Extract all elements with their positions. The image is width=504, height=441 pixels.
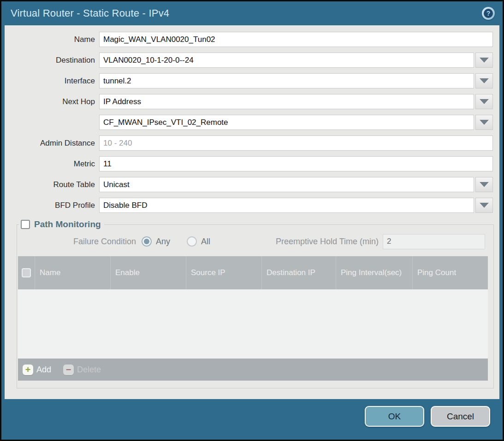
interface-label: Interface: [11, 76, 95, 86]
delete-button-label: Delete: [77, 365, 101, 375]
form-row-admin-distance: Admin Distance: [11, 135, 493, 151]
dialog-title: Virtual Router - Static Route - IPv4: [11, 7, 482, 19]
column-header-ping-count[interactable]: Ping Count: [412, 256, 488, 289]
dialog-footer: OK Cancel: [1, 399, 503, 440]
path-monitoring-section: Path Monitoring Failure Condition Any Al…: [17, 219, 494, 388]
preemptive-hold-time-input[interactable]: [383, 234, 485, 249]
path-monitoring-checkbox[interactable]: [21, 220, 30, 229]
form-row-next-hop: Next Hop: [11, 94, 493, 109]
column-header-name[interactable]: Name: [35, 256, 110, 289]
chevron-down-icon: [480, 78, 489, 83]
form-row-route-table: Route Table: [11, 177, 493, 192]
destination-dropdown-button[interactable]: [475, 53, 493, 68]
next-hop-type-dropdown-button[interactable]: [475, 94, 493, 109]
help-icon[interactable]: ?: [482, 7, 495, 20]
failure-condition-option-all: All: [187, 236, 210, 247]
bfd-profile-input[interactable]: [99, 198, 474, 213]
cancel-button[interactable]: Cancel: [431, 406, 490, 427]
preemptive-hold-time-label: Preemptive Hold Time (min): [276, 237, 379, 247]
form-row-metric: Metric: [11, 156, 493, 171]
failure-condition-row: Failure Condition Any All Preemptive Hol…: [18, 232, 488, 251]
select-all-header-cell: [18, 256, 35, 289]
path-monitoring-legend: Path Monitoring: [19, 219, 104, 229]
destination-input[interactable]: [99, 53, 474, 68]
interface-input[interactable]: [99, 73, 474, 88]
next-hop-type-input[interactable]: [99, 94, 474, 109]
path-monitoring-table: Name Enable Source IP Destination IP Pin…: [18, 256, 488, 381]
bfd-profile-dropdown-button[interactable]: [475, 198, 493, 213]
column-header-enable[interactable]: Enable: [110, 256, 186, 289]
route-table-input[interactable]: [99, 177, 474, 192]
dialog-titlebar: Virtual Router - Static Route - IPv4 ?: [1, 1, 503, 25]
table-header: Name Enable Source IP Destination IP Pin…: [18, 256, 488, 289]
static-route-dialog: Virtual Router - Static Route - IPv4 ? N…: [0, 0, 504, 441]
route-table-dropdown-button[interactable]: [475, 177, 493, 192]
dialog-body: Name Destination Interface Next Hop: [5, 25, 499, 399]
table-toolbar: + Add − Delete: [18, 359, 488, 381]
failure-condition-label: Failure Condition: [73, 237, 136, 247]
destination-label: Destination: [11, 56, 95, 65]
delete-button[interactable]: − Delete: [63, 365, 101, 375]
column-header-source-ip[interactable]: Source IP: [186, 256, 261, 289]
column-header-destination-ip[interactable]: Destination IP: [261, 256, 336, 289]
name-input[interactable]: [99, 32, 493, 47]
ok-button[interactable]: OK: [365, 406, 424, 427]
radio-all[interactable]: [187, 236, 197, 247]
chevron-down-icon: [480, 120, 489, 125]
chevron-down-icon: [480, 182, 489, 187]
form-row-interface: Interface: [11, 73, 493, 88]
radio-any[interactable]: [142, 236, 152, 247]
failure-condition-option-any: Any: [142, 236, 170, 247]
radio-any-label: Any: [156, 237, 170, 247]
add-button-label: Add: [36, 365, 51, 375]
chevron-down-icon: [480, 203, 489, 208]
chevron-down-icon: [480, 99, 489, 104]
metric-label: Metric: [11, 159, 95, 169]
radio-all-label: All: [201, 237, 210, 247]
admin-distance-label: Admin Distance: [11, 139, 95, 148]
plus-icon: +: [23, 365, 33, 375]
select-all-checkbox[interactable]: [22, 268, 31, 277]
column-header-ping-interval[interactable]: Ping Interval(sec): [336, 256, 412, 289]
add-button[interactable]: + Add: [23, 365, 51, 375]
admin-distance-input[interactable]: [99, 135, 493, 151]
preemptive-hold-time-group: Preemptive Hold Time (min): [276, 234, 485, 249]
interface-dropdown-button[interactable]: [475, 73, 493, 88]
route-table-label: Route Table: [11, 180, 95, 189]
help-question-glyph: ?: [484, 9, 493, 18]
next-hop-label: Next Hop: [11, 97, 95, 106]
form-row-name: Name: [11, 32, 493, 47]
form-row-destination: Destination: [11, 53, 493, 68]
next-hop-address-dropdown-button[interactable]: [475, 115, 493, 130]
metric-input[interactable]: [99, 156, 493, 171]
chevron-down-icon: [480, 58, 489, 63]
table-body-empty: [18, 289, 488, 359]
path-monitoring-title: Path Monitoring: [34, 219, 101, 229]
next-hop-address-input[interactable]: [99, 115, 474, 130]
bfd-profile-label: BFD Profile: [11, 201, 95, 210]
form-row-next-hop-address: [11, 115, 493, 130]
name-label: Name: [11, 35, 95, 44]
form-row-bfd-profile: BFD Profile: [11, 198, 493, 213]
minus-icon: −: [63, 365, 74, 375]
